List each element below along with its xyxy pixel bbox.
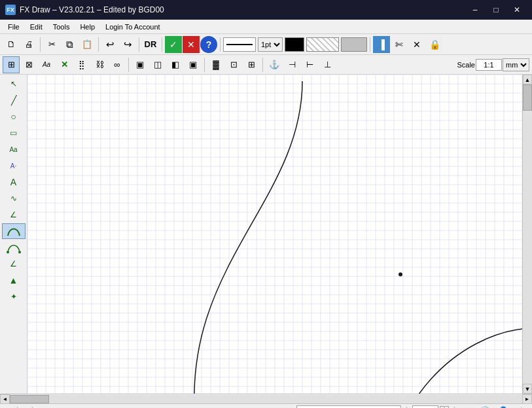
- redo-button[interactable]: ↪: [119, 36, 136, 53]
- maximize-button[interactable]: □: [486, 3, 506, 16]
- special-btn3[interactable]: ✕: [408, 36, 425, 53]
- dotgrid-button[interactable]: ⣿: [73, 56, 90, 73]
- scale-input[interactable]: [476, 59, 502, 71]
- arr3-button[interactable]: ◧: [167, 56, 184, 73]
- title-bar: FX FX Draw – V23.02.21 – Edited by BGD00…: [0, 0, 532, 20]
- undo-button[interactable]: ↩: [101, 36, 118, 53]
- check-button[interactable]: ✓: [165, 36, 182, 53]
- sep7: [128, 58, 129, 72]
- menu-login[interactable]: Login To Account: [100, 20, 166, 33]
- zoom-input[interactable]: [412, 405, 438, 409]
- bezier-tool[interactable]: [2, 223, 26, 239]
- anchor4-button[interactable]: ⊥: [319, 56, 336, 73]
- auto-label-button[interactable]: Aа: [38, 56, 55, 73]
- line-style-group: 1pt2pt3pt: [223, 37, 367, 52]
- paste-button[interactable]: 📋: [79, 36, 96, 53]
- close-button[interactable]: ✕: [507, 3, 527, 16]
- new-button[interactable]: 🗋: [3, 36, 20, 53]
- link-button[interactable]: ⛓: [91, 56, 108, 73]
- angle-tool[interactable]: ∠: [2, 207, 26, 223]
- special-btn4[interactable]: 🔒: [426, 36, 443, 53]
- snap-button[interactable]: ⊠: [20, 56, 37, 73]
- scale-label: Scale: [457, 61, 475, 69]
- pattern-button[interactable]: [306, 37, 339, 52]
- anchor1-button[interactable]: ⚓: [266, 56, 283, 73]
- minimize-button[interactable]: –: [465, 3, 485, 16]
- sep4: [162, 37, 162, 52]
- transform1-button[interactable]: ⊡: [225, 56, 242, 73]
- select-tool[interactable]: ↖: [2, 76, 26, 92]
- user-icon[interactable]: 👤: [497, 405, 510, 409]
- menu-tools[interactable]: Tools: [48, 20, 75, 33]
- unit-select[interactable]: mmcmin: [503, 58, 529, 71]
- canvas-area[interactable]: [27, 75, 522, 394]
- cut-button[interactable]: ✂: [43, 36, 60, 53]
- menu-help[interactable]: Help: [75, 20, 100, 33]
- svg-point-1: [7, 251, 9, 253]
- app-icon: FX: [5, 5, 16, 15]
- scroll-track[interactable]: [523, 84, 532, 384]
- stamp-tool[interactable]: ✦: [2, 289, 26, 305]
- sep6: [370, 37, 370, 52]
- color-fill-box[interactable]: [285, 37, 304, 52]
- zoom-spinner: ▲ ▼: [440, 406, 449, 409]
- special-btn2[interactable]: ✄: [391, 36, 408, 53]
- scroll-up-button[interactable]: ▲: [523, 75, 532, 84]
- arr2-button[interactable]: ◫: [149, 56, 166, 73]
- sep3: [139, 37, 139, 52]
- copy-button[interactable]: ⧉: [61, 36, 78, 53]
- hscroll-track[interactable]: [10, 395, 522, 403]
- node-edit-tool[interactable]: [2, 240, 26, 255]
- line-tool[interactable]: ╱: [2, 92, 26, 108]
- flag-icon[interactable]: 🏷: [460, 405, 473, 409]
- line-width-select[interactable]: 1pt2pt3pt: [258, 37, 283, 52]
- fill2-tool[interactable]: ▲: [2, 272, 26, 288]
- main-area: ↖ ╱ ○ ▭ Aa A· A ∿ ∠ ∠ ▲ ✦ ▲ ▼: [0, 75, 532, 394]
- scroll-right-button[interactable]: ►: [522, 394, 532, 404]
- status-bar: $p ↕ ▲ ▼ 🏷 🕐 👤 ⚙: [0, 403, 532, 408]
- special-btn1[interactable]: ▐: [373, 36, 390, 53]
- anchor2-button[interactable]: ⊣: [283, 56, 300, 73]
- anchor3-button[interactable]: ⊢: [301, 56, 318, 73]
- fill-tool-button[interactable]: ▓: [207, 56, 224, 73]
- delete-button[interactable]: ✕: [56, 56, 73, 73]
- dr-button[interactable]: DR: [142, 36, 159, 53]
- fill-button[interactable]: [341, 37, 367, 52]
- transform2-button[interactable]: ⊞: [243, 56, 260, 73]
- rectangle-tool[interactable]: ▭: [2, 125, 26, 141]
- scroll-down-button[interactable]: ▼: [523, 384, 532, 394]
- menu-edit[interactable]: Edit: [25, 20, 48, 33]
- menu-bar: File Edit Tools Help Login To Account: [0, 20, 532, 34]
- search-input[interactable]: [296, 405, 401, 409]
- sep5: [220, 37, 221, 52]
- horizontal-scrollbar[interactable]: ◄ ►: [0, 394, 532, 403]
- vertical-scrollbar[interactable]: ▲ ▼: [522, 75, 532, 394]
- ellipse-tool[interactable]: ○: [2, 109, 26, 124]
- window-controls: – □ ✕: [465, 3, 527, 16]
- angle2-tool[interactable]: ∠: [2, 256, 26, 272]
- hscroll-thumb[interactable]: [10, 395, 49, 403]
- settings-icon[interactable]: ⚙: [515, 405, 528, 409]
- sep8: [204, 58, 205, 72]
- scroll-thumb[interactable]: [523, 84, 532, 111]
- history-icon[interactable]: 🕐: [478, 405, 491, 409]
- cancel-button[interactable]: ✕: [183, 36, 200, 53]
- grid-button[interactable]: ⊞: [3, 56, 20, 73]
- scroll-left-button[interactable]: ◄: [0, 394, 10, 404]
- left-toolbar: ↖ ╱ ○ ▭ Aa A· A ∿ ∠ ∠ ▲ ✦: [0, 75, 27, 394]
- arr4-button[interactable]: ▣: [185, 56, 202, 73]
- print-button[interactable]: 🖨: [20, 36, 37, 53]
- help-button[interactable]: ?: [200, 36, 217, 53]
- curve-tool[interactable]: ∿: [2, 191, 26, 206]
- line-style-select[interactable]: [223, 37, 256, 52]
- drawing-canvas[interactable]: [27, 75, 522, 394]
- zoom-up-button[interactable]: ▲: [440, 406, 449, 409]
- sep1: [40, 37, 41, 52]
- menu-file[interactable]: File: [3, 20, 25, 33]
- inflink-button[interactable]: ∞: [109, 56, 126, 73]
- text-dots-tool[interactable]: A·: [2, 158, 26, 174]
- window-title: FX Draw – V23.02.21 – Edited by BGD00: [20, 5, 465, 14]
- text-a-tool[interactable]: A: [2, 174, 26, 190]
- text-aa-tool[interactable]: Aa: [2, 141, 26, 157]
- arr1-button[interactable]: ▣: [132, 56, 149, 73]
